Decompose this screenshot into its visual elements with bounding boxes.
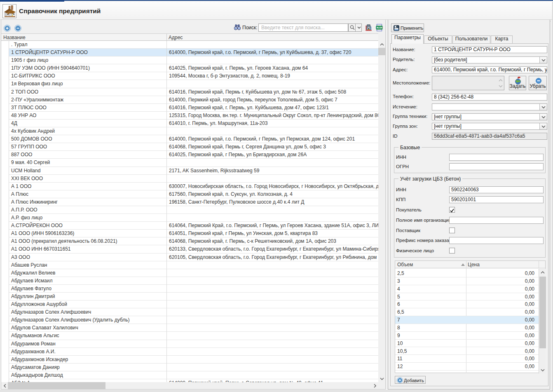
svg-text:XLSX: XLSX (376, 26, 383, 29)
